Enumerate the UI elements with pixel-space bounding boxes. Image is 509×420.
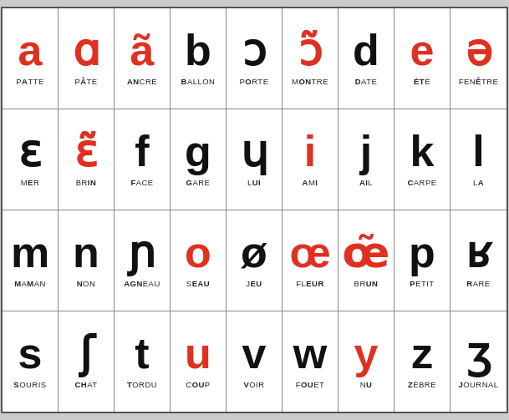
symbol-1-7: k — [410, 129, 435, 173]
cell-2-2: ɲAGNEAU — [115, 210, 171, 311]
cell-2-8: ʁRARE — [450, 210, 506, 311]
cell-3-5: wFOUET — [282, 311, 338, 412]
label-0-4: PORTE — [240, 77, 269, 86]
symbol-3-0: s — [18, 331, 43, 375]
label-3-3: COUP — [186, 380, 210, 389]
symbol-3-2: t — [135, 331, 149, 375]
cell-1-2: fFACE — [115, 109, 171, 210]
label-1-3: GARE — [186, 178, 211, 187]
label-3-7: ZÈBRE — [408, 380, 436, 389]
symbol-3-7: z — [411, 331, 433, 375]
label-3-2: TORDU — [127, 380, 157, 389]
symbol-1-4: ɥ — [241, 129, 268, 173]
label-2-0: MAMAN — [14, 279, 46, 288]
cell-1-3: gGARE — [171, 109, 227, 210]
symbol-3-3: u — [185, 331, 211, 375]
label-1-6: AIL — [359, 178, 373, 187]
cell-3-6: yNU — [338, 311, 394, 412]
symbol-3-5: w — [293, 331, 327, 375]
symbol-0-4: ɔ — [242, 28, 267, 72]
label-3-6: NU — [360, 380, 373, 389]
symbol-1-6: j — [360, 129, 372, 173]
label-3-4: VOIR — [243, 380, 264, 389]
cell-2-4: øJEU — [227, 210, 282, 311]
label-3-0: SOURIS — [13, 380, 46, 389]
chart-row-2: mMAMANnNONɲAGNEAUoSEAUøJEUœFLEURœ̃BRUNpP… — [3, 210, 506, 311]
cell-1-1: ɛ̃BRIN — [59, 109, 115, 210]
label-3-8: JOURNAL — [458, 380, 498, 389]
label-1-4: LUI — [247, 178, 261, 187]
symbol-1-5: i — [304, 129, 316, 173]
symbol-0-5: ɔ̃ — [298, 28, 323, 72]
label-0-1: PÂTE — [74, 77, 97, 86]
label-1-8: LA — [473, 178, 484, 187]
cell-1-5: iAMI — [282, 109, 338, 210]
cell-0-1: ɑPÂTE — [59, 8, 115, 109]
cell-2-5: œFLEUR — [282, 210, 338, 311]
label-3-5: FOUET — [296, 380, 325, 389]
label-0-2: ANCRE — [127, 77, 157, 86]
cell-2-1: nNON — [59, 210, 115, 311]
label-0-6: DATE — [355, 77, 378, 86]
label-2-7: PETIT — [410, 279, 434, 288]
label-1-7: CARPE — [407, 178, 436, 187]
label-0-5: MONTRE — [292, 77, 328, 86]
cell-0-8: əFENÊTRE — [450, 8, 506, 109]
chart-row-0: aPATTEɑPÂTEãANCREbBALLONɔPORTEɔ̃MONTREdD… — [3, 8, 506, 109]
label-1-2: FACE — [130, 178, 153, 187]
symbol-0-7: e — [410, 28, 435, 72]
cell-0-2: ãANCRE — [115, 8, 171, 109]
label-0-7: ÉTÉ — [414, 77, 430, 86]
label-0-8: FENÊTRE — [459, 77, 499, 86]
label-1-5: AMI — [303, 178, 318, 187]
symbol-2-2: ɲ — [128, 230, 156, 274]
symbol-1-0: ɛ — [18, 129, 42, 173]
symbol-0-8: ə — [466, 28, 492, 72]
cell-2-7: pPETIT — [394, 210, 450, 311]
cell-3-4: vVOIR — [227, 311, 282, 412]
cell-3-2: tTORDU — [115, 311, 171, 412]
label-2-3: SEAU — [186, 279, 210, 288]
label-0-0: PATTE — [16, 77, 44, 86]
symbol-2-4: ø — [241, 230, 267, 274]
cell-0-5: ɔ̃MONTRE — [282, 8, 338, 109]
cell-1-8: lLA — [450, 109, 506, 210]
label-1-0: MER — [21, 178, 40, 187]
symbol-0-6: d — [353, 28, 379, 72]
chart-row-3: sSOURISʃCHATtTORDUuCOUPvVOIRwFOUETyNUzZÈ… — [3, 311, 506, 412]
symbol-2-3: o — [185, 230, 211, 274]
symbol-3-1: ʃ — [79, 331, 94, 375]
symbol-1-3: g — [185, 129, 211, 173]
symbol-0-3: b — [185, 28, 211, 72]
cell-2-3: oSEAU — [171, 210, 227, 311]
label-1-1: BRIN — [76, 178, 97, 187]
symbol-2-1: n — [73, 230, 99, 274]
symbol-1-2: f — [135, 129, 149, 173]
symbol-0-0: a — [18, 28, 43, 72]
cell-2-6: œ̃BRUN — [338, 210, 394, 311]
symbol-2-0: m — [11, 230, 49, 274]
symbol-3-6: y — [354, 331, 379, 375]
symbol-0-1: ɑ — [73, 28, 100, 72]
cell-1-0: ɛMER — [3, 109, 59, 210]
label-2-1: NON — [77, 279, 96, 288]
label-2-6: BRUN — [354, 279, 379, 288]
symbol-2-5: œ — [289, 230, 330, 274]
chart-row-1: ɛMERɛ̃BRINfFACEgGAREɥLUIiAMIjAILkCARPElL… — [3, 109, 506, 210]
cell-3-7: zZÈBRE — [394, 311, 450, 412]
cell-3-1: ʃCHAT — [59, 311, 115, 412]
symbol-2-8: ʁ — [466, 230, 491, 274]
cell-2-0: mMAMAN — [3, 210, 59, 311]
label-2-8: RARE — [466, 279, 490, 288]
cell-0-4: ɔPORTE — [227, 8, 282, 109]
cell-0-0: aPATTE — [3, 8, 59, 109]
cell-0-3: bBALLON — [171, 8, 227, 109]
symbol-3-4: v — [242, 331, 267, 375]
symbol-2-6: œ̃ — [343, 230, 390, 274]
symbol-1-1: ɛ̃ — [74, 129, 98, 173]
label-2-5: FLEUR — [296, 279, 324, 288]
symbol-0-2: ã — [130, 28, 155, 72]
symbol-3-8: ʒ — [466, 331, 491, 375]
symbol-2-7: p — [409, 230, 435, 274]
symbol-1-8: l — [472, 129, 484, 173]
